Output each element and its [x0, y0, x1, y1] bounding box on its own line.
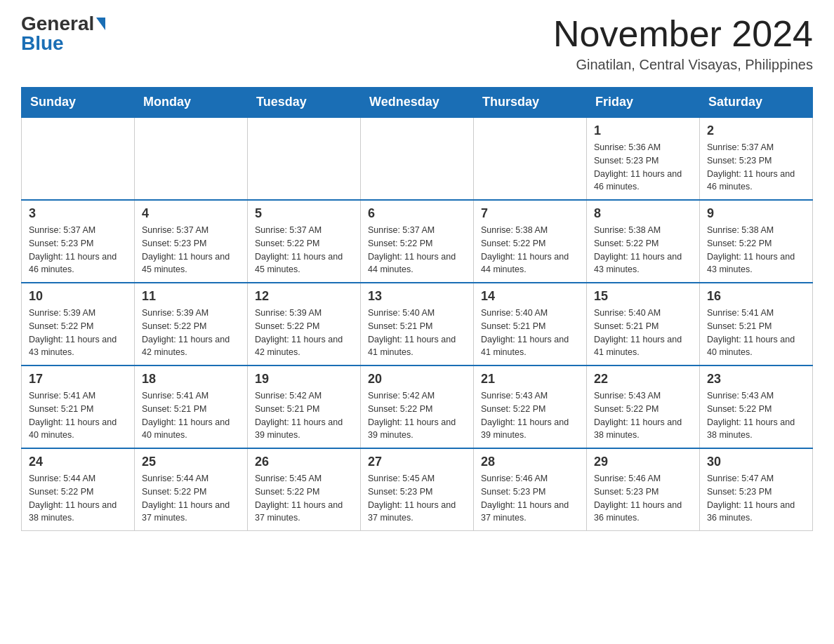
day-of-week-header: Sunday [22, 88, 135, 118]
location-subtitle: Ginatilan, Central Visayas, Philippines [553, 57, 813, 73]
day-number: 9 [707, 206, 805, 221]
day-info: Sunrise: 5:38 AMSunset: 5:22 PMDaylight:… [594, 224, 692, 276]
calendar-cell: 5Sunrise: 5:37 AMSunset: 5:22 PMDaylight… [248, 200, 361, 283]
day-number: 26 [255, 455, 353, 469]
day-number: 17 [29, 372, 127, 387]
calendar-cell: 24Sunrise: 5:44 AMSunset: 5:22 PMDayligh… [22, 448, 135, 531]
calendar-cell: 9Sunrise: 5:38 AMSunset: 5:22 PMDaylight… [700, 200, 813, 283]
day-info: Sunrise: 5:47 AMSunset: 5:23 PMDaylight:… [707, 472, 805, 525]
day-number: 28 [481, 455, 579, 469]
day-info: Sunrise: 5:43 AMSunset: 5:22 PMDaylight:… [707, 389, 805, 442]
calendar-cell: 6Sunrise: 5:37 AMSunset: 5:22 PMDaylight… [361, 200, 474, 283]
week-row: 3Sunrise: 5:37 AMSunset: 5:23 PMDaylight… [22, 200, 813, 283]
day-info: Sunrise: 5:41 AMSunset: 5:21 PMDaylight:… [29, 389, 127, 442]
day-info: Sunrise: 5:46 AMSunset: 5:23 PMDaylight:… [481, 472, 579, 525]
day-info: Sunrise: 5:42 AMSunset: 5:21 PMDaylight:… [255, 389, 353, 442]
day-number: 12 [255, 289, 353, 304]
day-info: Sunrise: 5:41 AMSunset: 5:21 PMDaylight:… [707, 307, 805, 359]
day-number: 19 [255, 372, 353, 387]
day-info: Sunrise: 5:39 AMSunset: 5:22 PMDaylight:… [142, 307, 240, 359]
day-number: 16 [707, 289, 805, 304]
day-of-week-header: Friday [587, 88, 700, 118]
day-info: Sunrise: 5:40 AMSunset: 5:21 PMDaylight:… [481, 307, 579, 359]
day-of-week-header: Monday [135, 88, 248, 118]
week-row: 24Sunrise: 5:44 AMSunset: 5:22 PMDayligh… [22, 448, 813, 531]
calendar-cell: 21Sunrise: 5:43 AMSunset: 5:22 PMDayligh… [474, 365, 587, 448]
calendar-cell [474, 117, 587, 200]
day-info: Sunrise: 5:44 AMSunset: 5:22 PMDaylight:… [142, 472, 240, 525]
day-info: Sunrise: 5:43 AMSunset: 5:22 PMDaylight:… [594, 389, 692, 442]
day-number: 27 [368, 455, 466, 469]
calendar-cell: 18Sunrise: 5:41 AMSunset: 5:21 PMDayligh… [135, 365, 248, 448]
calendar-cell: 8Sunrise: 5:38 AMSunset: 5:22 PMDaylight… [587, 200, 700, 283]
day-info: Sunrise: 5:36 AMSunset: 5:23 PMDaylight:… [594, 141, 692, 194]
month-title: November 2024 [553, 14, 813, 54]
day-number: 14 [481, 289, 579, 304]
calendar-cell: 16Sunrise: 5:41 AMSunset: 5:21 PMDayligh… [700, 283, 813, 365]
day-info: Sunrise: 5:37 AMSunset: 5:23 PMDaylight:… [142, 224, 240, 276]
day-number: 8 [594, 206, 692, 221]
calendar-cell: 14Sunrise: 5:40 AMSunset: 5:21 PMDayligh… [474, 283, 587, 365]
calendar-cell: 26Sunrise: 5:45 AMSunset: 5:22 PMDayligh… [248, 448, 361, 531]
day-info: Sunrise: 5:42 AMSunset: 5:22 PMDaylight:… [368, 389, 466, 442]
calendar-body: 1Sunrise: 5:36 AMSunset: 5:23 PMDaylight… [22, 117, 813, 531]
day-number: 4 [142, 206, 240, 221]
day-number: 3 [29, 206, 127, 221]
calendar-cell: 23Sunrise: 5:43 AMSunset: 5:22 PMDayligh… [700, 365, 813, 448]
calendar-cell: 11Sunrise: 5:39 AMSunset: 5:22 PMDayligh… [135, 283, 248, 365]
week-row: 17Sunrise: 5:41 AMSunset: 5:21 PMDayligh… [22, 365, 813, 448]
day-info: Sunrise: 5:46 AMSunset: 5:23 PMDaylight:… [594, 472, 692, 525]
calendar-cell: 13Sunrise: 5:40 AMSunset: 5:21 PMDayligh… [361, 283, 474, 365]
day-of-week-header: Wednesday [361, 88, 474, 118]
calendar-cell: 7Sunrise: 5:38 AMSunset: 5:22 PMDaylight… [474, 200, 587, 283]
day-number: 20 [368, 372, 466, 387]
day-number: 15 [594, 289, 692, 304]
day-of-week-header: Tuesday [248, 88, 361, 118]
calendar-cell [135, 117, 248, 200]
day-info: Sunrise: 5:38 AMSunset: 5:22 PMDaylight:… [481, 224, 579, 276]
title-section: November 2024 Ginatilan, Central Visayas… [553, 14, 813, 73]
day-of-week-header: Saturday [700, 88, 813, 118]
day-number: 11 [142, 289, 240, 304]
day-number: 13 [368, 289, 466, 304]
day-info: Sunrise: 5:40 AMSunset: 5:21 PMDaylight:… [594, 307, 692, 359]
calendar-header: SundayMondayTuesdayWednesdayThursdayFrid… [22, 88, 813, 118]
day-info: Sunrise: 5:43 AMSunset: 5:22 PMDaylight:… [481, 389, 579, 442]
day-number: 6 [368, 206, 466, 221]
day-info: Sunrise: 5:40 AMSunset: 5:21 PMDaylight:… [368, 307, 466, 359]
logo: General Blue [21, 14, 105, 53]
day-number: 23 [707, 372, 805, 387]
day-info: Sunrise: 5:37 AMSunset: 5:23 PMDaylight:… [29, 224, 127, 276]
page-header: General Blue November 2024 Ginatilan, Ce… [21, 14, 813, 73]
calendar-cell: 29Sunrise: 5:46 AMSunset: 5:23 PMDayligh… [587, 448, 700, 531]
day-info: Sunrise: 5:37 AMSunset: 5:23 PMDaylight:… [707, 141, 805, 194]
day-number: 29 [594, 455, 692, 469]
calendar-cell: 25Sunrise: 5:44 AMSunset: 5:22 PMDayligh… [135, 448, 248, 531]
day-info: Sunrise: 5:45 AMSunset: 5:22 PMDaylight:… [255, 472, 353, 525]
calendar-cell: 28Sunrise: 5:46 AMSunset: 5:23 PMDayligh… [474, 448, 587, 531]
calendar-cell: 30Sunrise: 5:47 AMSunset: 5:23 PMDayligh… [700, 448, 813, 531]
logo-triangle-icon [96, 18, 105, 30]
day-number: 25 [142, 455, 240, 469]
calendar-cell: 3Sunrise: 5:37 AMSunset: 5:23 PMDaylight… [22, 200, 135, 283]
calendar-cell: 22Sunrise: 5:43 AMSunset: 5:22 PMDayligh… [587, 365, 700, 448]
day-info: Sunrise: 5:45 AMSunset: 5:23 PMDaylight:… [368, 472, 466, 525]
week-row: 1Sunrise: 5:36 AMSunset: 5:23 PMDaylight… [22, 117, 813, 200]
day-info: Sunrise: 5:37 AMSunset: 5:22 PMDaylight:… [255, 224, 353, 276]
day-number: 22 [594, 372, 692, 387]
day-number: 21 [481, 372, 579, 387]
week-row: 10Sunrise: 5:39 AMSunset: 5:22 PMDayligh… [22, 283, 813, 365]
day-number: 30 [707, 455, 805, 469]
calendar-cell: 19Sunrise: 5:42 AMSunset: 5:21 PMDayligh… [248, 365, 361, 448]
calendar-cell: 10Sunrise: 5:39 AMSunset: 5:22 PMDayligh… [22, 283, 135, 365]
calendar-cell [22, 117, 135, 200]
day-number: 1 [594, 123, 692, 138]
calendar-cell: 2Sunrise: 5:37 AMSunset: 5:23 PMDaylight… [700, 117, 813, 200]
calendar-cell [248, 117, 361, 200]
day-info: Sunrise: 5:41 AMSunset: 5:21 PMDaylight:… [142, 389, 240, 442]
days-of-week-row: SundayMondayTuesdayWednesdayThursdayFrid… [22, 88, 813, 118]
calendar-cell: 4Sunrise: 5:37 AMSunset: 5:23 PMDaylight… [135, 200, 248, 283]
calendar-cell: 27Sunrise: 5:45 AMSunset: 5:23 PMDayligh… [361, 448, 474, 531]
day-of-week-header: Thursday [474, 88, 587, 118]
day-number: 2 [707, 123, 805, 138]
